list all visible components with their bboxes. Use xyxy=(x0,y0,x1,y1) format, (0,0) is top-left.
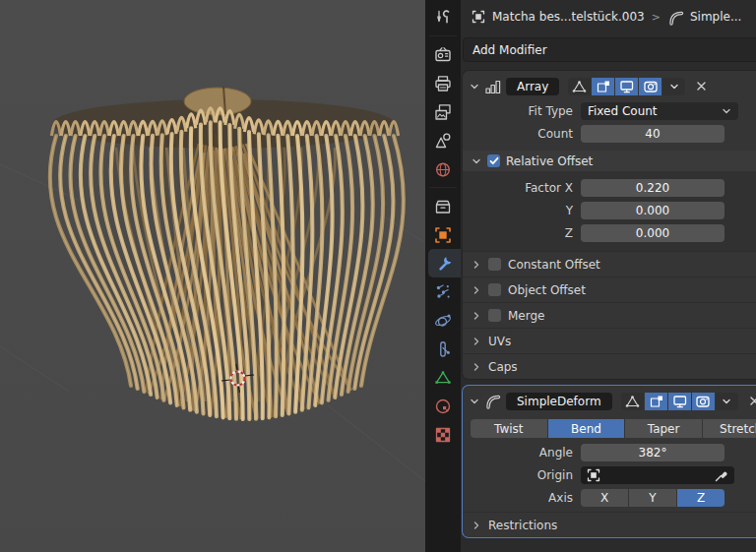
angle-row: Angle 382° xyxy=(471,443,756,462)
breadcrumb-separator: > xyxy=(651,11,662,24)
tab-tool[interactable] xyxy=(425,3,461,31)
relative-offset-label: Relative Offset xyxy=(506,154,593,168)
mode-bend-button[interactable]: Bend xyxy=(548,419,625,438)
toggle-edit-mode[interactable] xyxy=(592,78,614,95)
delete-modifier-button[interactable] xyxy=(695,80,708,92)
output-icon xyxy=(433,74,453,93)
chevron-right-icon xyxy=(472,521,481,530)
tab-texture[interactable] xyxy=(425,420,461,449)
relative-offset-header[interactable]: Relative Offset xyxy=(463,151,756,171)
expand-simpledeform-icon[interactable] xyxy=(470,397,479,406)
array-name-field[interactable]: Array xyxy=(506,78,559,95)
expand-relative-offset-icon[interactable] xyxy=(472,156,481,166)
mode-taper-button[interactable]: Taper xyxy=(625,419,702,438)
origin-row: Origin xyxy=(471,465,756,485)
section-checkbox[interactable] xyxy=(488,258,501,271)
scene-icon xyxy=(433,131,453,151)
section-caps[interactable]: Caps xyxy=(463,353,756,379)
viewport-canvas[interactable] xyxy=(0,0,425,552)
section-label: UVs xyxy=(488,335,511,348)
tab-material[interactable] xyxy=(425,392,461,420)
tab-modifiers[interactable] xyxy=(428,249,461,277)
relative-offset-checkbox[interactable] xyxy=(487,154,500,167)
chevron-right-icon xyxy=(472,362,481,372)
properties-main: Matcha bes...telstück.003 > Simple... Ad… xyxy=(461,0,756,552)
deform-mode-row: TwistBendTaperStretch xyxy=(471,419,756,438)
chevron-right-icon xyxy=(472,337,481,346)
tab-view-layer[interactable] xyxy=(425,97,461,126)
blender-window: Matcha bes...telstück.003 > Simple... Ad… xyxy=(0,0,756,552)
factor-y-field[interactable]: 0.000 xyxy=(581,202,724,219)
mode-stretch-button[interactable]: Stretch xyxy=(703,419,756,438)
simpledeform-panel-header: SimpleDeform xyxy=(463,386,756,413)
tab-separator xyxy=(429,187,457,188)
simpledeform-display-toggles xyxy=(621,393,738,410)
tab-constraints[interactable] xyxy=(425,335,461,363)
section-label: Object Offset xyxy=(508,283,586,297)
tab-render[interactable] xyxy=(425,40,461,69)
factor-z-field[interactable]: 0.000 xyxy=(581,224,724,242)
count-label: Count xyxy=(471,127,581,141)
count-row: Count 40 xyxy=(471,124,756,144)
angle-field[interactable]: 382° xyxy=(581,444,724,461)
section-uvs[interactable]: UVs xyxy=(463,328,756,353)
axis-x-button[interactable]: X xyxy=(581,489,628,507)
modifiers-icon xyxy=(435,254,455,274)
tab-physics[interactable] xyxy=(425,306,461,335)
breadcrumb-object[interactable]: Matcha bes...telstück.003 xyxy=(492,10,645,24)
section-checkbox[interactable] xyxy=(488,309,501,322)
tab-output[interactable] xyxy=(425,69,461,97)
axis-z-button[interactable]: Z xyxy=(677,489,724,507)
fit-type-value: Fixed Count xyxy=(588,104,658,118)
array-modifier-panel: Array Fit Type Fixed Count xyxy=(463,71,756,379)
tab-object[interactable] xyxy=(425,220,461,249)
toggle-on-cage[interactable] xyxy=(621,393,644,410)
simpledeform-modifier-panel: SimpleDeform TwistBendTaperStretch Angle… xyxy=(463,386,756,537)
origin-object-field[interactable] xyxy=(581,466,734,484)
material-icon xyxy=(433,397,453,416)
object-data-icon xyxy=(433,368,453,388)
whisk-object[interactable] xyxy=(50,87,404,419)
factor-x-row: Factor X 0.220 xyxy=(471,178,756,198)
tab-world[interactable] xyxy=(425,154,461,183)
eyedropper-icon[interactable] xyxy=(714,467,729,483)
section-label: Restrictions xyxy=(488,519,557,532)
add-modifier-button[interactable]: Add Modifier xyxy=(463,37,756,62)
section-restrictions[interactable]: Restrictions xyxy=(463,512,756,537)
tab-object-data[interactable] xyxy=(425,363,461,392)
array-panel-header: Array xyxy=(463,71,756,98)
toggle-on-cage[interactable] xyxy=(568,78,591,95)
array-display-toggles xyxy=(568,78,685,95)
object-icon xyxy=(433,225,453,245)
toggle-realtime[interactable] xyxy=(615,78,638,95)
section-merge[interactable]: Merge xyxy=(463,302,756,328)
factor-z-label: Z xyxy=(471,226,581,240)
toggle-render[interactable] xyxy=(692,393,715,410)
count-field[interactable]: 40 xyxy=(581,125,724,143)
toggle-render[interactable] xyxy=(639,78,662,95)
section-checkbox[interactable] xyxy=(488,283,501,296)
simpledeform-name-field[interactable]: SimpleDeform xyxy=(506,393,612,410)
3d-viewport[interactable] xyxy=(0,0,425,552)
breadcrumb-modifier[interactable]: Simple... xyxy=(690,10,741,24)
toggle-edit-mode[interactable] xyxy=(645,393,667,410)
section-object-offset[interactable]: Object Offset xyxy=(463,276,756,302)
factor-x-field[interactable]: 0.220 xyxy=(581,179,724,197)
modifier-extras-button[interactable] xyxy=(716,393,738,410)
expand-array-icon[interactable] xyxy=(470,82,479,92)
toggle-realtime[interactable] xyxy=(668,393,691,410)
modifier-extras-button[interactable] xyxy=(662,78,685,95)
tab-collection[interactable] xyxy=(425,192,461,220)
axis-label: Axis xyxy=(471,491,581,505)
texture-icon xyxy=(433,425,453,445)
mode-twist-button[interactable]: Twist xyxy=(471,419,547,438)
section-constant-offset[interactable]: Constant Offset xyxy=(463,251,756,276)
delete-modifier-button[interactable] xyxy=(748,395,756,407)
simpledeform-modifier-icon xyxy=(484,393,501,409)
particles-icon xyxy=(433,282,453,302)
tab-scene[interactable] xyxy=(425,126,461,154)
axis-y-button[interactable]: Y xyxy=(629,489,676,507)
chevron-right-icon xyxy=(472,311,481,321)
fit-type-dropdown[interactable]: Fixed Count xyxy=(581,102,738,120)
tab-particles[interactable] xyxy=(425,277,461,306)
